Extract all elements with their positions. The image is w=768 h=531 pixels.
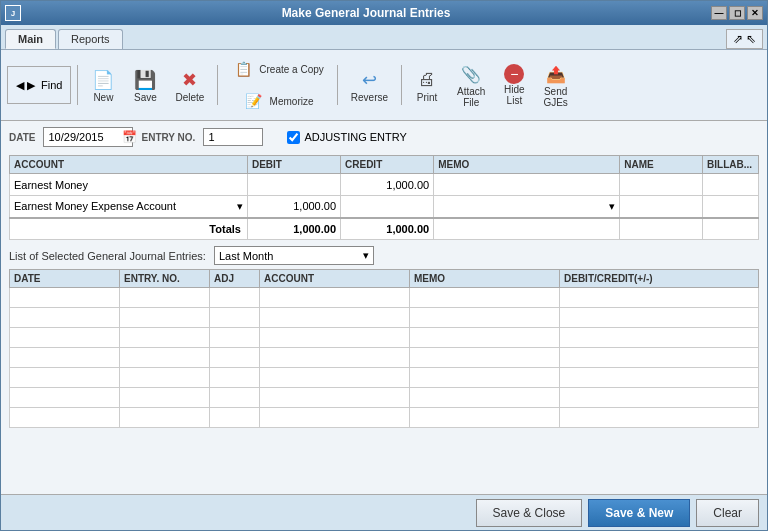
title-bar: J Make General Journal Entries — ◻ ✕ (1, 1, 767, 25)
memorize-button[interactable]: 📝 Memorize (235, 86, 321, 116)
find-button[interactable]: ◀ ▶ Find (7, 66, 71, 104)
row2-memo[interactable]: ▾ (434, 196, 620, 218)
row1-account[interactable]: Earnest Money (10, 174, 248, 196)
entry-no-input[interactable] (203, 128, 263, 146)
row2-name[interactable] (620, 196, 703, 218)
list-col-date: DATE (10, 270, 120, 288)
save-close-button[interactable]: Save & Close (476, 499, 583, 527)
clear-button[interactable]: Clear (696, 499, 759, 527)
row1-billab[interactable] (703, 174, 759, 196)
content-area: DATE 📅 ENTRY NO. ADJUSTING ENTRY ACCOUNT… (1, 121, 767, 494)
list-item (10, 348, 759, 368)
tab-reports[interactable]: Reports (58, 29, 123, 49)
col-account: ACCOUNT (10, 156, 248, 174)
list-col-adj: ADJ (210, 270, 260, 288)
entry-no-label: ENTRY NO. (141, 132, 195, 143)
col-memo: MEMO (434, 156, 620, 174)
adjusting-entry-checkbox[interactable] (287, 131, 300, 144)
dropdown-arrow-icon[interactable]: ▾ (237, 200, 243, 213)
create-copy-button[interactable]: 📋 Create a Copy (224, 54, 330, 84)
date-label: DATE (9, 132, 35, 143)
main-window: J Make General Journal Entries — ◻ ✕ Mai… (0, 0, 768, 531)
footer: Save & Close Save & New Clear (1, 494, 767, 530)
list-item (10, 308, 759, 328)
delete-icon: ✖ (178, 68, 202, 92)
hide-button[interactable]: − HideList (496, 61, 532, 109)
list-label: List of Selected General Journal Entries… (9, 250, 206, 262)
list-col-account: ACCOUNT (260, 270, 410, 288)
calendar-icon[interactable]: 📅 (122, 130, 137, 144)
journal-table: ACCOUNT DEBIT CREDIT MEMO NAME BILLAB...… (9, 155, 759, 240)
print-icon: 🖨 (415, 68, 439, 92)
row1-name[interactable] (620, 174, 703, 196)
row1-debit[interactable] (247, 174, 340, 196)
memorize-icon: 📝 (242, 89, 266, 113)
save-new-button[interactable]: Save & New (588, 499, 690, 527)
separator-1 (77, 65, 78, 105)
table-row: Earnest Money Expense Account ▾ 1,000.00… (10, 196, 759, 218)
table-row: Earnest Money 1,000.00 (10, 174, 759, 196)
create-copy-icon: 📋 (231, 57, 255, 81)
send-icon: 📤 (544, 62, 568, 86)
toolbar: ◀ ▶ Find 📄 New 💾 Save ✖ Delete 📋 Create … (1, 50, 767, 121)
row2-account[interactable]: Earnest Money Expense Account ▾ (10, 196, 248, 218)
list-item (10, 288, 759, 308)
row2-credit[interactable] (341, 196, 434, 218)
row1-memo[interactable] (434, 174, 620, 196)
list-filter-dropdown[interactable]: Last Month ▾ (214, 246, 374, 265)
expand-button[interactable]: ⇗ ⇖ (726, 29, 763, 49)
date-input[interactable] (48, 131, 120, 143)
list-col-memo: MEMO (410, 270, 560, 288)
window-title: Make General Journal Entries (21, 6, 711, 20)
arrow-left-icon: ◀ (16, 79, 24, 92)
tab-bar: Main Reports ⇗ ⇖ (1, 25, 767, 50)
list-item (10, 368, 759, 388)
reverse-button[interactable]: ↩ Reverse (344, 65, 395, 106)
list-table: DATE ENTRY. NO. ADJ ACCOUNT MEMO DEBIT/C… (9, 269, 759, 428)
totals-row: Totals 1,000.00 1,000.00 (10, 218, 759, 240)
tab-main[interactable]: Main (5, 29, 56, 49)
find-label: Find (41, 79, 62, 91)
list-filter-value: Last Month (219, 250, 273, 262)
separator-3 (337, 65, 338, 105)
app-icon: J (5, 5, 21, 21)
memo-dropdown-icon[interactable]: ▾ (609, 200, 615, 213)
total-credit: 1,000.00 (341, 218, 434, 240)
send-gjes-button[interactable]: 📤 SendGJEs (536, 59, 574, 111)
list-item (10, 328, 759, 348)
col-debit: DEBIT (247, 156, 340, 174)
save-icon: 💾 (133, 68, 157, 92)
list-item (10, 408, 759, 428)
window-controls: — ◻ ✕ (711, 6, 767, 20)
list-item (10, 388, 759, 408)
attach-button[interactable]: 📎 AttachFile (450, 59, 492, 111)
row2-billab[interactable] (703, 196, 759, 218)
list-filter-arrow-icon: ▾ (363, 249, 369, 262)
attach-icon: 📎 (459, 62, 483, 86)
list-col-entry-no: ENTRY. NO. (120, 270, 210, 288)
col-name: NAME (620, 156, 703, 174)
save-button[interactable]: 💾 Save (126, 65, 164, 106)
print-button[interactable]: 🖨 Print (408, 65, 446, 106)
row1-credit[interactable]: 1,000.00 (341, 174, 434, 196)
arrow-right-icon: ▶ (27, 79, 35, 92)
hide-icon: − (504, 64, 524, 84)
separator-4 (401, 65, 402, 105)
col-billab: BILLAB... (703, 156, 759, 174)
list-header: List of Selected General Journal Entries… (9, 246, 759, 265)
list-col-debit-credit: DEBIT/CREDIT(+/-) (560, 270, 759, 288)
restore-button[interactable]: ◻ (729, 6, 745, 20)
date-field[interactable]: 📅 (43, 127, 133, 147)
create-copy-group: 📋 Create a Copy 📝 Memorize (224, 54, 330, 116)
new-icon: 📄 (91, 68, 115, 92)
close-button[interactable]: ✕ (747, 6, 763, 20)
delete-button[interactable]: ✖ Delete (168, 65, 211, 106)
reverse-icon: ↩ (357, 68, 381, 92)
col-credit: CREDIT (341, 156, 434, 174)
separator-2 (217, 65, 218, 105)
row2-debit[interactable]: 1,000.00 (247, 196, 340, 218)
minimize-button[interactable]: — (711, 6, 727, 20)
adjusting-entry-label: ADJUSTING ENTRY (304, 131, 406, 143)
new-button[interactable]: 📄 New (84, 65, 122, 106)
total-debit: 1,000.00 (247, 218, 340, 240)
